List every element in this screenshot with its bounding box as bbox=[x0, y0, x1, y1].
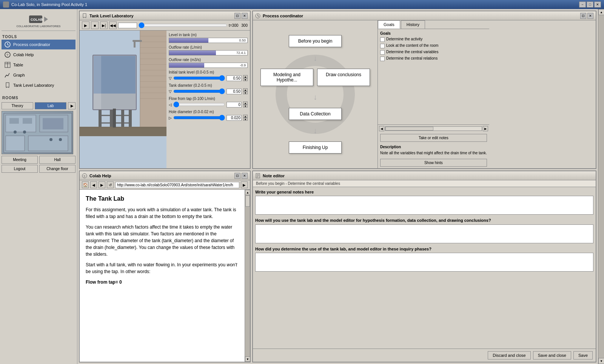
sidebar-item-tank-lab[interactable]: Tank Level Laboratory bbox=[2, 80, 76, 90]
tank-panel-expand[interactable]: ⊡ bbox=[234, 13, 240, 19]
url-bar[interactable]: http://www.co-lab.nl/colabSolo070903.Ard… bbox=[115, 182, 239, 188]
note-question-1: Write your general notes here bbox=[255, 189, 593, 215]
history-tab[interactable]: History bbox=[401, 20, 425, 29]
goal-checkbox-3[interactable] bbox=[380, 50, 385, 55]
note-answer-3[interactable] bbox=[255, 253, 593, 272]
process-panel-expand[interactable]: ⊡ bbox=[580, 13, 586, 19]
tank-panel-icon bbox=[82, 13, 87, 18]
forward-button[interactable]: ▶ bbox=[99, 181, 105, 188]
stop-button[interactable]: ■ bbox=[91, 22, 99, 29]
tank-diameter-slider[interactable] bbox=[173, 89, 225, 94]
minimize-button[interactable]: − bbox=[579, 2, 586, 8]
process-panel-close[interactable]: ✕ bbox=[587, 13, 593, 19]
tank-diameter-label: Tank diameter (0.2-0.5 m) bbox=[169, 83, 248, 88]
goal-checkbox-2[interactable] bbox=[380, 44, 385, 48]
arrow-down-2: ↓ bbox=[313, 93, 317, 101]
help-scrollbar[interactable]: ▲ ▼ bbox=[245, 190, 250, 362]
goal-checkbox-1[interactable] bbox=[380, 37, 385, 42]
svg-rect-20 bbox=[23, 118, 32, 124]
hall-button[interactable]: Hall bbox=[39, 156, 76, 164]
sidebar-item-colab-help[interactable]: ? Colab Help bbox=[2, 50, 76, 60]
sidebar-item-table[interactable]: Table bbox=[2, 60, 76, 70]
sidebar-item-graph[interactable]: Graph bbox=[2, 70, 76, 80]
show-hints-button[interactable]: Show hints bbox=[380, 159, 487, 167]
help-panel-close[interactable]: ✕ bbox=[242, 173, 248, 179]
maximize-button[interactable]: □ bbox=[587, 2, 593, 8]
goals-tab[interactable]: Goals bbox=[378, 20, 400, 29]
process-panel-titlebar: Process coordinator ⊡ ✕ bbox=[253, 11, 596, 20]
flow-tap-up[interactable]: ▲ bbox=[243, 101, 248, 104]
play-button[interactable]: ▶ bbox=[82, 22, 89, 29]
note-answer-2[interactable] bbox=[255, 224, 593, 243]
step-forward-button[interactable]: ▶| bbox=[100, 22, 108, 29]
time-slider[interactable] bbox=[139, 23, 227, 28]
tank-content: Level in tank (m) 0.50 Outflow rate (L/m… bbox=[80, 31, 250, 168]
sidebar-item-label-process: Process coordinator bbox=[13, 42, 50, 47]
tank-diameter-down[interactable]: ▼ bbox=[243, 91, 248, 94]
draw-conclusions-node[interactable]: Draw conclusions bbox=[317, 69, 370, 86]
tank-diameter-input[interactable] bbox=[226, 89, 242, 94]
scroll-up-btn[interactable]: ▲ bbox=[245, 190, 250, 195]
scrollbar-down-btn[interactable]: ▼ bbox=[598, 358, 604, 364]
time-start-input[interactable]: 0 bbox=[118, 23, 137, 28]
goal-label-3: Determine the central variables bbox=[386, 50, 438, 54]
initial-level-down[interactable]: ▼ bbox=[243, 78, 248, 81]
right-scrollbar[interactable]: ▲ ▼ bbox=[598, 9, 604, 364]
help-panel-expand[interactable]: ⊡ bbox=[234, 173, 240, 179]
save-close-button[interactable]: Save and close bbox=[533, 351, 571, 359]
goals-scroll-right[interactable]: ▶ bbox=[483, 126, 488, 131]
scrollbar-up-btn[interactable]: ▲ bbox=[598, 9, 604, 15]
scrollbar-track bbox=[598, 15, 604, 358]
svg-point-22 bbox=[14, 131, 17, 134]
flow-tap-input[interactable] bbox=[226, 102, 242, 108]
level-label: Level in tank (m) bbox=[169, 33, 248, 37]
flow-tap-label: Flow from tap (0-100 L/min) bbox=[169, 97, 248, 101]
modeling-node[interactable]: Modeling and Hypothe... bbox=[260, 69, 313, 86]
refresh-button[interactable]: ↺ bbox=[107, 181, 114, 188]
logout-button[interactable]: Logout bbox=[2, 165, 38, 173]
goals-scrollbar[interactable] bbox=[385, 126, 482, 131]
room-arrow[interactable]: ▶ bbox=[68, 102, 76, 109]
take-notes-button[interactable]: Take or edit notes bbox=[380, 134, 487, 142]
discard-close-button[interactable]: Discard and close bbox=[488, 351, 530, 359]
data-collection-node[interactable]: Data Collection bbox=[289, 108, 342, 120]
process-panel: Process coordinator ⊡ ✕ bbox=[252, 11, 596, 169]
back-button[interactable]: ◀ bbox=[90, 181, 97, 188]
meeting-button[interactable]: Meeting bbox=[2, 156, 38, 164]
svg-rect-30 bbox=[140, 31, 166, 136]
help-content[interactable]: The Tank Lab For this assignment, you wo… bbox=[80, 190, 245, 362]
tank-panel-close[interactable]: ✕ bbox=[242, 13, 248, 19]
goal-item-4: Determine the central relations bbox=[380, 56, 487, 61]
initial-level-slider[interactable] bbox=[173, 76, 225, 80]
outflow-lmin-bar: 72.4.1 bbox=[169, 50, 248, 55]
goal-checkbox-4[interactable] bbox=[380, 57, 385, 61]
hole-diameter-slider[interactable] bbox=[173, 115, 225, 120]
home-button[interactable]: 🏠 bbox=[82, 181, 89, 188]
save-button[interactable]: Save bbox=[573, 351, 593, 359]
lab-button[interactable]: Lab bbox=[35, 102, 66, 109]
flow-tap-down[interactable]: ▼ bbox=[243, 104, 248, 108]
svg-rect-55 bbox=[80, 127, 166, 136]
process-coordinator-icon bbox=[4, 41, 11, 48]
svg-rect-49 bbox=[99, 110, 102, 127]
go-button[interactable]: ▶ bbox=[241, 181, 248, 188]
rewind-button[interactable]: ◀◀ bbox=[109, 22, 117, 29]
goals-scroll-left[interactable]: ◀ bbox=[379, 126, 384, 131]
tank-diameter-up[interactable]: ▲ bbox=[243, 88, 248, 91]
before-begin-node[interactable]: Before you begin bbox=[289, 35, 342, 47]
initial-level-up[interactable]: ▲ bbox=[243, 75, 248, 78]
level-value: 0.50 bbox=[239, 38, 246, 42]
initial-level-input[interactable] bbox=[226, 75, 242, 81]
sidebar-item-process-coordinator[interactable]: Process coordinator bbox=[2, 40, 76, 49]
flow-tap-slider[interactable] bbox=[173, 102, 225, 107]
hole-diameter-up[interactable]: ▲ bbox=[243, 115, 248, 118]
svg-rect-26 bbox=[83, 14, 86, 17]
close-button[interactable]: ✕ bbox=[594, 2, 601, 8]
hole-diameter-down[interactable]: ▼ bbox=[243, 118, 248, 121]
theory-button[interactable]: Theory bbox=[2, 102, 33, 109]
note-answer-1[interactable] bbox=[255, 196, 593, 215]
finishing-up-node[interactable]: Finishing Up bbox=[289, 141, 342, 154]
scroll-down-btn[interactable]: ▼ bbox=[245, 356, 250, 362]
change-floor-button[interactable]: Change floor bbox=[39, 165, 76, 173]
hole-diameter-input[interactable] bbox=[226, 115, 242, 121]
